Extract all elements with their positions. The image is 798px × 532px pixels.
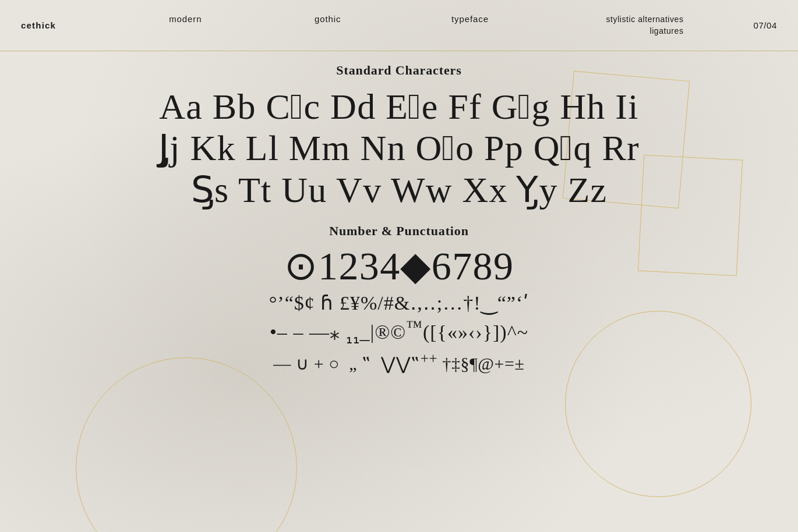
nav-typeface: typeface: [399, 14, 541, 37]
main-content: Standard Characters Aa Bb C⃝c Dd E⃤e Ff …: [0, 51, 798, 532]
page-number: 07/04: [753, 20, 777, 30]
section-title-numbers: Number & Punctuation: [329, 224, 469, 239]
symbols-row-2: •– – —⁎ ₁₁_|®©™([{«»‹›}])^~: [270, 316, 528, 349]
nav-gothic: gothic: [256, 14, 398, 37]
symbols-row-3: — ∪ + ○ „ ‟ ⋁⋁‟++ †‡§¶@+=±: [273, 349, 524, 375]
nav-modern: modern: [114, 14, 256, 37]
symbols-row-1: °’“$¢ ɦ £¥%/#&․,‥;…†!‿“”‘ʹ: [269, 290, 529, 316]
alphabet-row-2: J̡j Kk Ll Mm Nn O⃝o Pp Q⃝q Rr: [35, 127, 763, 169]
header: cethick modern gothic typeface stylistic…: [0, 0, 798, 51]
alphabet-block: Aa Bb C⃝c Dd E⃤e Ff G⃝g Hh Ii J̡j Kk Ll …: [35, 86, 763, 211]
alphabet-row-1: Aa Bb C⃝c Dd E⃤e Ff G⃝g Hh Ii: [35, 86, 763, 127]
numbers-row: ⊙1234◆6789: [284, 244, 514, 288]
section-title-characters: Standard Characters: [336, 63, 461, 78]
brand-name: cethick: [21, 20, 56, 30]
header-nav: modern gothic typeface stylistic alterna…: [114, 14, 683, 37]
nav-stylistic: stylistic alternativesligatures: [541, 14, 683, 37]
alphabet-row-3: S̡s Tt Uu Vv Ww Xx Y̡y Zz: [35, 169, 763, 211]
